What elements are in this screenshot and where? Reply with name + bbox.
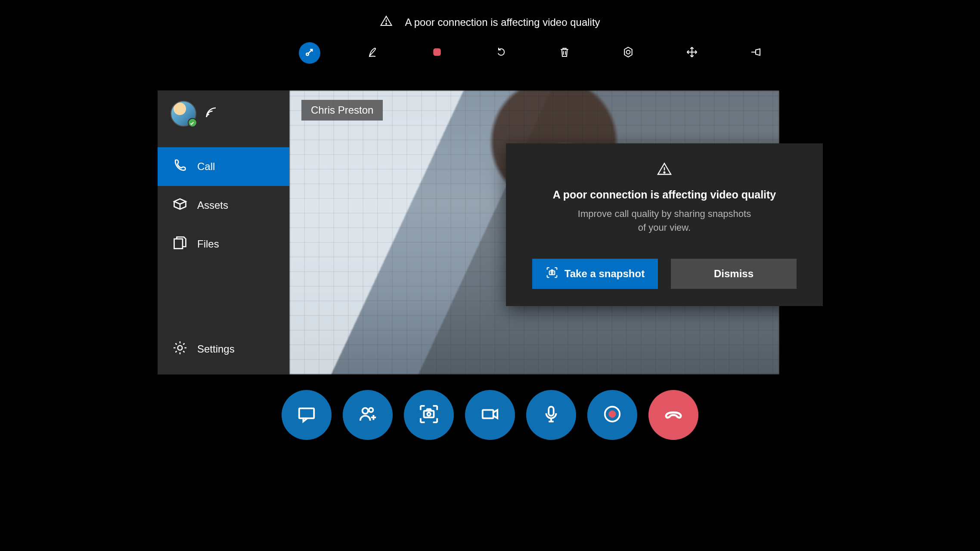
toolbar-stop-button[interactable] [426,42,448,64]
chat-button[interactable] [282,390,332,440]
svg-point-15 [363,408,368,413]
record-icon [602,404,622,426]
sidebar-item-label: Files [197,238,219,250]
toolbar-camera-settings-button[interactable] [617,42,639,64]
hangup-button[interactable] [648,390,698,440]
box-icon [172,196,188,214]
pin-icon [749,46,762,61]
warning-icon [380,15,393,30]
toolbar-ink-button[interactable] [363,42,384,64]
dialog-subtitle: Improve call quality by sharing snapshot… [519,207,810,235]
caller-name-chip: Chris Preston [301,100,383,121]
dismiss-button[interactable]: Dismiss [671,259,797,289]
snapshot-button[interactable] [404,390,454,440]
hangup-icon [664,404,683,426]
toolbar-pin-button[interactable] [745,42,766,64]
minimize-icon [303,46,316,61]
svg-point-16 [369,408,373,412]
sidebar-item-assets[interactable]: Assets [158,186,289,225]
toolbar-undo-button[interactable] [490,42,512,64]
call-controls [0,390,980,440]
record-button[interactable] [587,390,637,440]
svg-point-2 [306,53,309,56]
camera-settings-icon [622,46,635,61]
ink-icon [367,46,380,61]
connection-dialog: A poor connection is affecting video qua… [506,143,823,306]
sidebar-item-label: Settings [197,343,235,355]
gear-icon [172,340,188,358]
svg-rect-3 [433,48,441,56]
video-button[interactable] [465,390,515,440]
button-label: Dismiss [714,268,754,280]
take-snapshot-button[interactable]: Take a snapshot [532,259,658,289]
toolbar-minimize-button[interactable] [299,42,320,64]
sidebar: Call Assets Files [158,90,289,375]
annotation-toolbar [299,42,766,64]
files-icon [172,235,188,253]
svg-point-13 [551,272,553,273]
sidebar-item-files[interactable]: Files [158,225,289,263]
phone-icon [172,158,188,176]
trash-icon [558,46,571,61]
svg-point-9 [178,346,183,350]
svg-marker-6 [624,47,632,57]
video-icon [480,404,500,426]
svg-point-18 [427,412,431,416]
sidebar-item-label: Assets [197,199,228,211]
connection-warning-text: A poor connection is affecting video qua… [405,16,600,28]
signal-icon [205,106,218,121]
add-people-button[interactable] [343,390,393,440]
toolbar-trash-button[interactable] [554,42,575,64]
sidebar-header [158,90,289,137]
mic-icon [541,404,561,426]
mic-button[interactable] [526,390,576,440]
svg-point-11 [664,172,665,173]
dialog-title: A poor connection is affecting video qua… [519,189,810,201]
undo-icon [494,46,507,61]
svg-rect-8 [174,239,183,249]
sidebar-item-label: Call [197,161,215,173]
snapshot-icon [419,404,439,426]
avatar[interactable] [171,101,196,127]
presence-badge [188,118,197,127]
move-icon [685,46,698,61]
svg-point-7 [626,50,630,54]
svg-point-1 [386,23,387,24]
sidebar-item-settings[interactable]: Settings [158,330,289,368]
record-stop-icon [431,46,443,61]
warning-icon [657,169,672,179]
caller-name: Chris Preston [311,104,373,116]
snapshot-icon [546,266,558,282]
svg-point-24 [608,410,616,418]
svg-rect-19 [483,410,493,418]
toolbar-move-button[interactable] [681,42,703,64]
chat-icon [297,404,316,426]
svg-rect-14 [299,408,314,418]
svg-rect-20 [549,406,554,415]
sidebar-item-call[interactable]: Call [158,147,289,186]
button-label: Take a snapshot [564,268,645,280]
add-people-icon [358,404,378,426]
connection-warning-bar: A poor connection is affecting video qua… [0,15,980,30]
